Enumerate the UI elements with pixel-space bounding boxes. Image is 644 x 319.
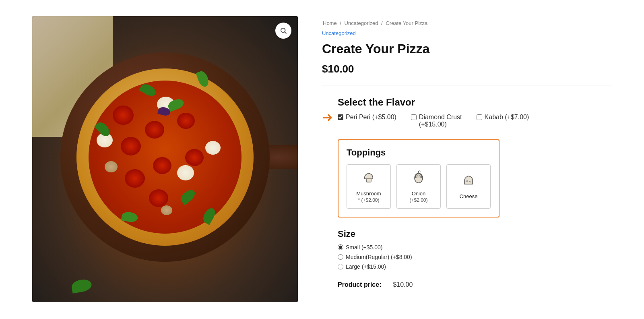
onion-price: (+$2.00) <box>409 197 427 203</box>
mushroom-price: * (+$2.00) <box>358 197 379 203</box>
flavor-checkbox-peri-peri[interactable] <box>338 114 343 120</box>
breadcrumb-uncategorized[interactable]: Uncategorized <box>345 20 378 26</box>
flavor-section: Select the Flavor Peri Peri (+$5.00) <box>338 97 529 288</box>
size-label-large[interactable]: Large (+$15.00) <box>346 263 386 270</box>
product-base-price: $10.00 <box>322 63 612 75</box>
cheese-name: Cheese <box>460 193 478 200</box>
size-label-medium[interactable]: Medium(Regular) (+$8.00) <box>346 254 412 260</box>
breadcrumb-home[interactable]: Home <box>323 20 337 26</box>
category-link[interactable]: Uncategorized <box>322 30 612 36</box>
page-container: Home / Uncategorized / Create Your Pizza… <box>0 0 644 319</box>
onion-name: Onion <box>412 191 426 197</box>
flavor-option-peri-peri[interactable]: Peri Peri (+$5.00) <box>338 114 396 121</box>
flavor-checkbox-diamond-crust[interactable] <box>411 114 417 120</box>
flavor-option-diamond-crust[interactable]: Diamond Crust (+$15.00) <box>411 114 462 128</box>
search-icon <box>280 27 287 34</box>
tomato-4 <box>153 157 171 174</box>
size-radio-medium[interactable] <box>338 254 343 260</box>
tomato-5 <box>125 169 145 188</box>
flavor-option-kabab[interactable]: Kabab (+$7.00) <box>477 114 529 121</box>
mozz-3 <box>177 165 194 180</box>
breadcrumb-sep-2: / <box>381 20 384 26</box>
size-option-large[interactable]: Large (+$15.00) <box>338 263 529 270</box>
toppings-title: Toppings <box>347 147 491 158</box>
tomato-7 <box>149 189 168 207</box>
tomato-3 <box>121 137 141 155</box>
flavor-options-list: Peri Peri (+$5.00) Diamond Crust (+$15.0… <box>338 114 529 128</box>
svg-point-3 <box>466 180 468 182</box>
size-section: Size Small (+$5.00) Medium(Regular) (+$8… <box>338 229 529 270</box>
breadcrumb-product: Create Your Pizza <box>386 20 427 26</box>
toppings-section: Toppings Mushroom <box>338 139 500 218</box>
svg-point-0 <box>281 28 285 33</box>
toppings-grid: Mushroom * (+$2.00) <box>347 164 491 209</box>
mozz-4 <box>205 141 221 155</box>
topping-card-cheese[interactable]: Cheese <box>446 164 491 209</box>
mushroom-1 <box>105 161 118 172</box>
svg-line-1 <box>285 32 286 33</box>
flavor-label-peri-peri: Peri Peri (+$5.00) <box>346 114 396 121</box>
divider <box>322 85 612 85</box>
topping-card-mushroom[interactable]: Mushroom * (+$2.00) <box>347 164 391 209</box>
svg-point-4 <box>470 181 471 182</box>
price-row-label: Product price: <box>338 281 381 288</box>
breadcrumb-sep-1: / <box>340 20 343 26</box>
size-option-medium[interactable]: Medium(Regular) (+$8.00) <box>338 254 529 260</box>
mushroom-name: Mushroom <box>356 191 381 197</box>
size-title: Size <box>338 229 529 239</box>
cheese-icon <box>461 173 476 191</box>
breadcrumb: Home / Uncategorized / Create Your Pizza <box>322 20 612 26</box>
topping-card-onion[interactable]: Onion (+$2.00) <box>396 164 441 209</box>
zoom-button[interactable] <box>275 23 291 39</box>
product-title: Create Your Pizza <box>322 41 612 56</box>
tomato-6 <box>177 113 195 129</box>
flavor-label-kabab: Kabab (+$7.00) <box>485 114 529 121</box>
mushroom-icon <box>361 170 376 188</box>
flavor-section-wrapper: ➜ Select the Flavor Peri Peri (+$5.00) <box>322 97 612 288</box>
tomato-1 <box>113 106 134 125</box>
tomato-2 <box>145 121 164 139</box>
size-label-small[interactable]: Small (+$5.00) <box>346 244 382 251</box>
size-option-small[interactable]: Small (+$5.00) <box>338 244 529 251</box>
basil-bottom <box>71 278 93 293</box>
size-radio-small[interactable] <box>338 244 343 250</box>
mushroom-2 <box>161 205 172 215</box>
flavor-checkbox-kabab[interactable] <box>477 114 482 120</box>
orange-arrow-indicator: ➜ <box>322 110 333 125</box>
flavor-section-title: Select the Flavor <box>338 97 529 108</box>
product-details: Home / Uncategorized / Create Your Pizza… <box>322 16 612 288</box>
tomato-8 <box>185 149 204 166</box>
pizza-image-container <box>32 16 298 302</box>
price-row-value: $10.00 <box>387 281 413 288</box>
onion-icon <box>411 170 426 188</box>
pizza-image <box>32 16 298 302</box>
size-radio-large[interactable] <box>338 264 343 269</box>
product-price-row: Product price: $10.00 <box>338 281 529 288</box>
flavor-label-diamond-crust: Diamond Crust (+$15.00) <box>419 114 462 128</box>
